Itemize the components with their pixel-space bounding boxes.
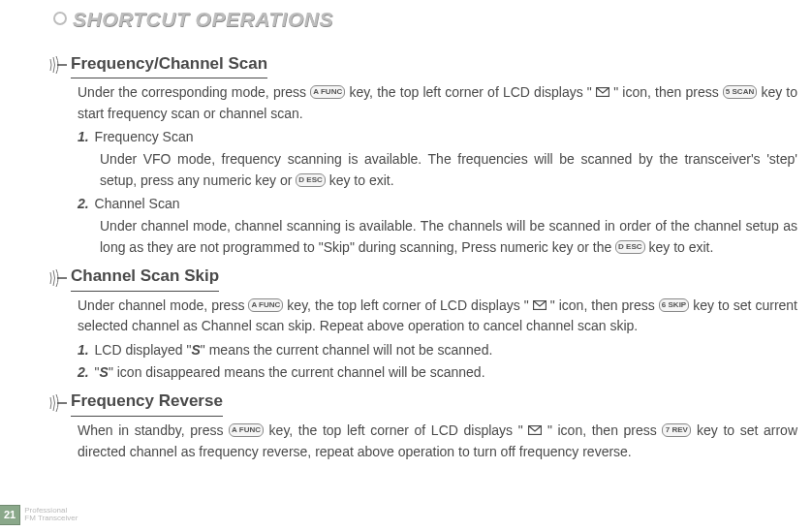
- freq-scan-item2-body: Under channel mode, channel scanning is …: [100, 216, 797, 258]
- func-key-icon: A FUNC: [229, 423, 264, 437]
- text: key to exit.: [648, 239, 713, 255]
- wave-icon: [47, 394, 67, 412]
- list-number: 2.: [78, 364, 89, 380]
- text: " icon, then press: [547, 422, 662, 438]
- scan-skip-item2: 2. "S" icon disappeared means the curren…: [78, 362, 797, 384]
- section-heading-scan-skip: Channel Scan Skip: [47, 264, 797, 291]
- section-title: Channel Scan Skip: [71, 264, 219, 291]
- scan-skip-intro: Under channel mode, press A FUNC key, th…: [78, 296, 797, 337]
- manual-page: SHORTCUT OPERATIONS Frequency/Channel Sc…: [0, 0, 812, 531]
- section-heading-freq-rev: Frequency Reverse: [47, 389, 797, 416]
- section-heading-freq-scan: Frequency/Channel Scan: [47, 51, 797, 78]
- page-title: SHORTCUT OPERATIONS: [53, 4, 333, 36]
- text: key to exit.: [329, 172, 394, 188]
- list-number: 1.: [78, 342, 89, 358]
- freq-scan-item2: 2. Channel Scan: [78, 194, 797, 215]
- freq-scan-intro: Under the corresponding mode, press A FU…: [78, 82, 797, 124]
- text: Under VFO mode, frequency scanning is av…: [100, 151, 797, 188]
- text: " icon disappeared means the current cha…: [109, 364, 485, 380]
- text: key, the top left corner of LCD displays…: [287, 297, 532, 313]
- skip-key-icon: 6 SKIP: [659, 298, 689, 312]
- footer: 21 Professional FM Transceiver: [0, 505, 78, 525]
- text: key, the top left corner of LCD displays…: [349, 84, 596, 100]
- s-icon: S: [191, 342, 200, 358]
- wave-icon: [47, 56, 67, 74]
- scan-skip-item1: 1. LCD displayed "S" means the current c…: [78, 340, 797, 361]
- freq-scan-item1: 1. Frequency Scan: [78, 127, 797, 148]
- text: Under channel mode, press: [78, 297, 248, 313]
- freq-scan-item1-body: Under VFO mode, frequency scanning is av…: [100, 149, 797, 191]
- text: Under the corresponding mode, press: [78, 84, 310, 100]
- esc-key-icon: D ESC: [296, 173, 325, 187]
- text: Channel Scan: [91, 196, 180, 211]
- page-number: 21: [0, 505, 20, 525]
- esc-key-icon: D ESC: [615, 240, 644, 254]
- scan-key-icon: 5 SCAN: [723, 85, 757, 99]
- text: LCD displayed ": [91, 342, 192, 358]
- func-key-icon: A FUNC: [248, 298, 283, 312]
- text: When in standby, press: [78, 422, 229, 438]
- text: key, the top left corner of LCD displays…: [269, 422, 529, 438]
- page-title-text: SHORTCUT OPERATIONS: [73, 8, 333, 30]
- rev-key-icon: 7 REV: [662, 423, 691, 437]
- text: " means the current channel will not be …: [201, 342, 492, 358]
- ring-icon: [53, 12, 67, 25]
- text: " icon, then press: [550, 297, 659, 313]
- s-icon: S: [100, 364, 109, 380]
- envelope-icon: [528, 425, 542, 435]
- text: " icon, then press: [613, 84, 723, 100]
- freq-rev-intro: When in standby, press A FUNC key, the t…: [78, 421, 797, 462]
- section-title: Frequency/Channel Scan: [71, 51, 267, 78]
- wave-icon: [47, 269, 67, 287]
- envelope-icon: [596, 87, 609, 97]
- envelope-icon: [533, 300, 547, 310]
- section-title: Frequency Reverse: [71, 389, 223, 416]
- footer-label: Professional FM Transceiver: [24, 507, 78, 522]
- text: Frequency Scan: [91, 129, 194, 144]
- footer-line2: FM Transceiver: [24, 515, 78, 522]
- text: ": [91, 364, 100, 380]
- list-number: 2.: [78, 196, 89, 211]
- func-key-icon: A FUNC: [310, 85, 345, 99]
- list-number: 1.: [78, 129, 89, 144]
